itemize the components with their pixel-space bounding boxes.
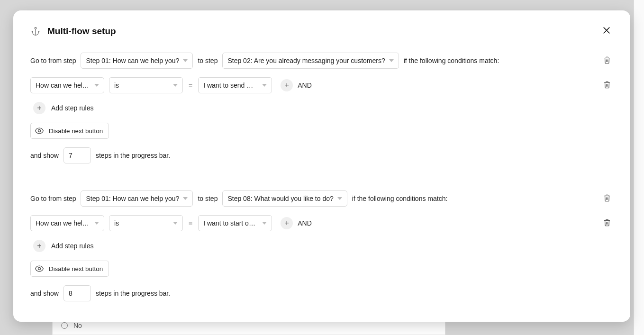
condition-operator-select[interactable]: is [109, 215, 183, 231]
delete-condition-button[interactable] [601, 78, 613, 93]
delete-condition-button[interactable] [601, 216, 613, 231]
close-button[interactable] [600, 24, 613, 38]
svg-point-0 [35, 27, 36, 29]
eye-icon [35, 265, 44, 272]
to-step-value: Step 08: What would you like to do? [227, 195, 333, 202]
disable-next-label: Disable next button [49, 265, 103, 272]
chevron-down-icon [262, 84, 267, 87]
condition-field-select[interactable]: How can we help ... [30, 77, 104, 93]
if-conditions-label: if the following conditions match: [404, 57, 499, 64]
equals-label: = [188, 219, 193, 227]
trash-icon [603, 218, 611, 229]
plus-icon: + [285, 219, 289, 227]
chevron-down-icon [183, 197, 188, 200]
to-step-value: Step 02: Are you already messaging your … [227, 57, 385, 64]
condition-value-value: I want to send me... [203, 81, 257, 89]
and-label: AND [298, 81, 312, 89]
from-step-value: Step 01: How can we help you? [86, 57, 179, 64]
to-step-select[interactable]: Step 02: Are you already messaging your … [222, 53, 399, 69]
chevron-down-icon [94, 222, 99, 225]
condition-value-select[interactable]: I want to start or u... [198, 215, 272, 231]
chevron-down-icon [262, 222, 267, 225]
svg-point-1 [38, 130, 41, 132]
disable-next-button[interactable]: Disable next button [30, 123, 109, 139]
condition-row: How can we help ... is = I want to start… [30, 215, 613, 231]
and-label: AND [298, 219, 312, 227]
go-to-from-label: Go to from step [30, 195, 76, 202]
plus-icon: + [285, 81, 289, 89]
progress-row: and show steps in the progress bar. [30, 147, 613, 163]
steps-in-progress-label: steps in the progress bar. [96, 152, 170, 159]
flow-block: Go to from step Step 01: How can we help… [30, 53, 613, 177]
chevron-down-icon [183, 59, 188, 62]
chevron-down-icon [337, 197, 342, 200]
add-step-rules-label: Add step rules [51, 104, 94, 112]
chevron-down-icon [173, 222, 178, 225]
from-step-select[interactable]: Step 01: How can we help you? [81, 53, 193, 69]
title-wrap: Multi-flow setup [30, 26, 116, 36]
to-step-select[interactable]: Step 08: What would you like to do? [222, 190, 347, 207]
equals-label: = [188, 81, 193, 89]
chevron-down-icon [94, 84, 99, 87]
disable-next-button[interactable]: Disable next button [30, 261, 109, 277]
disable-next-row: Disable next button [30, 123, 613, 139]
anchor-icon [30, 26, 41, 36]
and-show-label: and show [30, 290, 59, 297]
from-step-select[interactable]: Step 01: How can we help you? [81, 190, 193, 207]
condition-operator-value: is [114, 219, 119, 227]
flow-block: Go to from step Step 01: How can we help… [30, 190, 613, 315]
go-to-from-label: Go to from step [30, 57, 76, 64]
modal-header: Multi-flow setup [30, 24, 613, 38]
add-step-rules-label: Add step rules [51, 242, 94, 250]
bg-sidebar [634, 0, 644, 335]
trash-icon [603, 55, 611, 66]
plus-icon: + [37, 242, 41, 250]
plus-circle: + [33, 102, 45, 114]
condition-field-value: How can we help ... [36, 81, 90, 89]
if-conditions-label: if the following conditions match: [352, 195, 448, 202]
add-step-rules-button[interactable]: + Add step rules [30, 102, 94, 114]
condition-row: How can we help ... is = I want to send … [30, 77, 613, 93]
disable-next-label: Disable next button [49, 127, 103, 135]
add-step-rules-button[interactable]: + Add step rules [30, 240, 94, 252]
to-step-label: to step [198, 57, 218, 64]
trash-icon [603, 80, 611, 91]
modal-title: Multi-flow setup [47, 26, 116, 36]
condition-operator-value: is [114, 81, 119, 89]
steps-in-progress-label: steps in the progress bar. [96, 290, 170, 297]
add-rules-row: + Add step rules [30, 240, 613, 252]
condition-field-select[interactable]: How can we help ... [30, 215, 104, 231]
close-icon [602, 26, 611, 36]
condition-value-select[interactable]: I want to send me... [198, 77, 272, 93]
radio-icon [61, 322, 68, 329]
progress-steps-input[interactable] [63, 285, 91, 301]
plus-circle: + [33, 240, 45, 252]
chevron-down-icon [173, 84, 178, 87]
eye-icon [35, 127, 44, 134]
to-step-label: to step [198, 195, 218, 202]
chevron-down-icon [389, 59, 394, 62]
disable-next-row: Disable next button [30, 261, 613, 277]
add-condition-button[interactable]: + [281, 79, 293, 91]
add-rules-row: + Add step rules [30, 102, 613, 114]
flow-header-row: Go to from step Step 01: How can we help… [30, 190, 613, 207]
plus-icon: + [37, 104, 41, 112]
condition-field-value: How can we help ... [36, 219, 90, 227]
condition-value-value: I want to start or u... [203, 219, 257, 227]
trash-icon [603, 193, 611, 204]
and-show-label: and show [30, 152, 59, 159]
multi-flow-modal: Multi-flow setup Go to from step Step 01… [13, 10, 630, 322]
progress-steps-input[interactable] [63, 147, 91, 163]
progress-row: and show steps in the progress bar. [30, 285, 613, 301]
add-condition-button[interactable]: + [281, 217, 293, 229]
from-step-value: Step 01: How can we help you? [86, 195, 179, 202]
delete-flow-button[interactable] [601, 54, 613, 68]
bg-option-label: No [73, 322, 82, 329]
svg-point-2 [38, 268, 41, 270]
delete-flow-button[interactable] [601, 191, 613, 206]
flow-header-row: Go to from step Step 01: How can we help… [30, 53, 613, 69]
condition-operator-select[interactable]: is [109, 77, 183, 93]
